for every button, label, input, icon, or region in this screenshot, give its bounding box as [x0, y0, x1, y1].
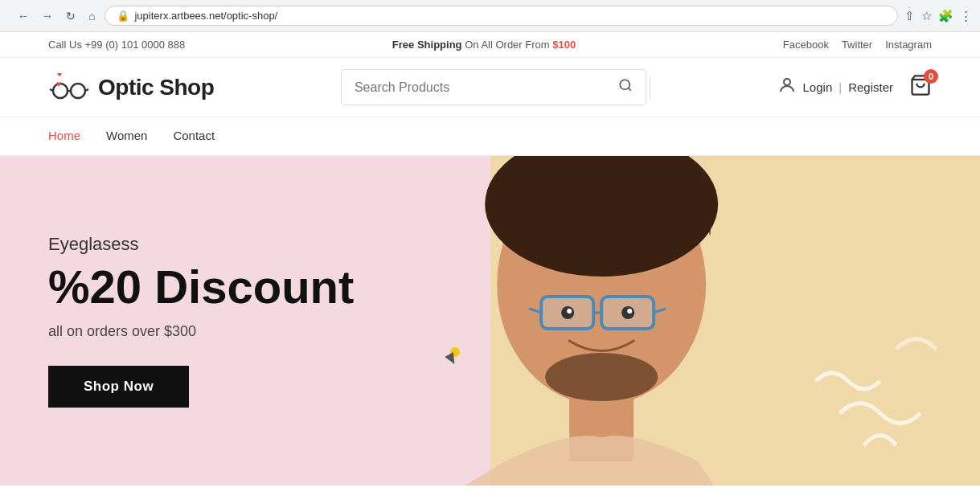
search-input[interactable]: [355, 80, 610, 95]
auth-divider: |: [839, 80, 842, 94]
phone-number: +99 (0) 101 0000 888: [85, 39, 186, 51]
top-bar-social: Facebook Twitter Instagram: [783, 39, 932, 51]
share-button[interactable]: ⇧: [904, 9, 915, 23]
forward-button[interactable]: →: [39, 8, 56, 24]
top-bar: Call Us +99 (0) 101 0000 888 Free Shippi…: [0, 32, 980, 58]
hero-banner: Eyeglasess %20 Discount all on orders ov…: [0, 156, 980, 486]
header-right: Login | Register 0: [777, 74, 932, 101]
hero-subtitle: Eyeglasess: [48, 234, 354, 255]
logo[interactable]: Optic Shop: [48, 73, 214, 102]
user-icon: [777, 76, 797, 100]
shipping-bold: Free Shipping: [392, 39, 462, 51]
extensions-button[interactable]: 🧩: [938, 9, 953, 23]
hero-person-area: [343, 156, 980, 486]
shop-now-button[interactable]: Shop Now: [48, 366, 189, 408]
facebook-link[interactable]: Facebook: [783, 39, 829, 51]
call-label: Call Us: [48, 39, 82, 51]
back-button[interactable]: ←: [14, 8, 32, 24]
nav-item-women[interactable]: Women: [106, 117, 147, 155]
search-icon[interactable]: [618, 78, 633, 96]
auth-links: Login | Register: [803, 80, 893, 94]
instagram-link[interactable]: Instagram: [885, 39, 932, 51]
bookmark-button[interactable]: ☆: [921, 9, 932, 23]
search-divider: [650, 76, 650, 100]
menu-button[interactable]: ⋮: [960, 9, 972, 23]
register-link[interactable]: Register: [848, 80, 893, 94]
shipping-text: On All Order From: [465, 39, 552, 51]
twitter-link[interactable]: Twitter: [842, 39, 872, 51]
home-button[interactable]: ⌂: [85, 8, 98, 24]
nav-item-contact[interactable]: Contact: [173, 117, 215, 155]
navbar: Home Women Contact: [0, 117, 980, 156]
hero-title: %20 Discount: [48, 261, 354, 313]
svg-point-4: [784, 79, 790, 85]
top-bar-contact: Call Us +99 (0) 101 0000 888: [48, 39, 185, 51]
cart-badge: 0: [924, 69, 938, 84]
svg-line-3: [628, 88, 630, 90]
cart-wrapper[interactable]: 0: [909, 74, 932, 101]
header: Optic Shop Login | R: [0, 58, 980, 117]
logo-text: Optic Shop: [98, 75, 214, 100]
hero-content: Eyeglasess %20 Discount all on orders ov…: [0, 234, 354, 408]
nav-item-home[interactable]: Home: [48, 117, 80, 155]
hero-description: all on orders over $300: [48, 323, 354, 340]
svg-point-18: [627, 309, 632, 314]
refresh-button[interactable]: ↻: [63, 8, 79, 24]
login-link[interactable]: Login: [803, 80, 833, 94]
top-bar-shipping: Free Shipping On All Order From $100: [392, 39, 576, 51]
svg-point-2: [620, 80, 629, 89]
url-input[interactable]: [134, 10, 886, 22]
svg-point-9: [545, 353, 658, 401]
lock-icon: 🔒: [117, 10, 129, 22]
svg-point-0: [53, 84, 68, 98]
svg-point-17: [567, 309, 572, 314]
svg-point-1: [71, 84, 85, 98]
shipping-price: $100: [552, 39, 576, 51]
logo-icon: [48, 73, 90, 102]
browser-actions: ⇧ ☆ 🧩 ⋮: [904, 9, 972, 23]
browser-chrome: ← → ↻ ⌂ 🔒 ⇧ ☆ 🧩 ⋮: [0, 0, 980, 32]
address-bar: 🔒: [105, 6, 898, 26]
search-bar: [341, 69, 646, 105]
